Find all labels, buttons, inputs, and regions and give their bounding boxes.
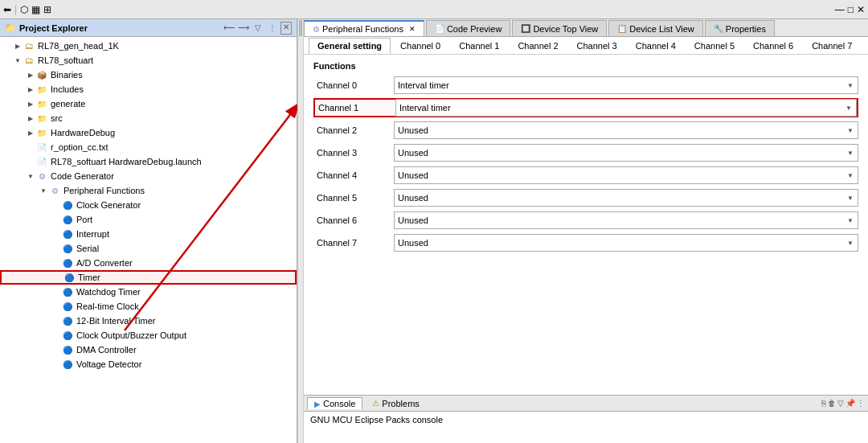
toolbar-icon-3[interactable]: ⊞	[43, 4, 51, 15]
toolbar-icon-2[interactable]: ▦	[31, 4, 40, 15]
tree-item-includes[interactable]: ▶ 📁 Includes	[0, 82, 297, 96]
subtab-ch6[interactable]: Channel 6	[744, 38, 802, 54]
functions-section-label: Functions	[313, 61, 858, 71]
expand-rl78soft[interactable]: ▼	[13, 55, 23, 65]
tab-peripheral-functions[interactable]: ⚙ Peripheral Functions ✕	[304, 20, 424, 36]
tree-item-timer[interactable]: ▶ 🔵 Timer	[0, 270, 297, 285]
channel-7-select[interactable]: Unused Interval timer	[394, 234, 858, 252]
channel-7-select-wrapper: Unused Interval timer	[394, 234, 858, 252]
sidebar-scrollbar[interactable]	[297, 19, 304, 443]
sidebar-collapse-btn[interactable]: ⟵	[223, 22, 235, 35]
subtab-ch3[interactable]: Channel 3	[568, 38, 626, 54]
expand-codegen[interactable]: ▼	[26, 171, 35, 181]
tree-item-rl78gen[interactable]: ▶ 🗂 RL78_gen_head_1K	[0, 39, 297, 53]
sidebar-menu-btn[interactable]: ⋮	[266, 22, 279, 35]
project-icon: 🗂	[23, 39, 35, 52]
console-copy-icon[interactable]: ⎘	[821, 399, 826, 408]
subtab-ch0[interactable]: Channel 0	[391, 38, 449, 54]
tab-pf-close[interactable]: ✕	[409, 25, 416, 33]
subtab-general-label: General setting	[317, 41, 382, 51]
clockout-icon: 🔵	[61, 329, 74, 342]
subtab-ch4[interactable]: Channel 4	[627, 38, 685, 54]
tree-item-clockout[interactable]: ▶ 🔵 Clock Output/Buzzer Output	[0, 328, 297, 343]
expand-generate[interactable]: ▶	[26, 99, 35, 109]
expand-includes[interactable]: ▶	[26, 84, 35, 94]
expand-src[interactable]: ▶	[26, 113, 35, 123]
console-text: GNU MCU Eclipse Packs console	[310, 415, 443, 425]
channel-1-select[interactable]: Interval timer Unused	[395, 99, 857, 117]
subtab-ch5[interactable]: Channel 5	[686, 38, 743, 54]
subtab-ch7-label: Channel 7	[812, 41, 852, 51]
channel-0-select[interactable]: Interval timer Unused	[394, 76, 858, 94]
channel-5-select[interactable]: Unused Interval timer	[394, 189, 858, 207]
tree-item-hwdebug[interactable]: ▶ 📁 HardwareDebug	[0, 125, 297, 140]
project-icon-soft: 🗂	[23, 54, 35, 67]
tab-dl-icon: 📋	[617, 24, 627, 33]
tree-item-clockgen[interactable]: ▶ 🔵 Clock Generator	[0, 198, 297, 212]
codegen-icon: ⚙	[35, 170, 48, 183]
tree-label-binaries: Binaries	[51, 70, 83, 80]
expand-perfuncs[interactable]: ▼	[39, 186, 48, 195]
subtab-ch1[interactable]: Channel 1	[450, 38, 508, 54]
tree-item-vdetect[interactable]: ▶ 🔵 Voltage Detector	[0, 357, 297, 371]
console-pin-icon[interactable]: 📌	[845, 399, 855, 408]
toolbar-minimize[interactable]: —	[835, 4, 845, 15]
tree-label-perfuncs: Peripheral Functions	[63, 186, 145, 195]
tree-item-wdtimer[interactable]: ▶ 🔵 Watchdog Timer	[0, 285, 297, 299]
port-icon: 🔵	[61, 213, 74, 226]
subtab-ch7[interactable]: Channel 7	[803, 38, 861, 54]
problems-tab[interactable]: ⚠ Problems	[366, 398, 425, 409]
tree-item-serial[interactable]: ▶ 🔵 Serial	[0, 241, 297, 256]
sidebar-filter-btn[interactable]: ▽	[252, 22, 264, 35]
channel-2-select[interactable]: Unused Interval timer	[394, 121, 858, 139]
channel-6-select[interactable]: Unused Interval timer	[394, 211, 858, 229]
channel-5-select-wrapper: Unused Interval timer	[394, 189, 858, 207]
tree-label-port: Port	[76, 215, 92, 224]
toolbar-maximize[interactable]: □	[848, 4, 854, 15]
expand-rl78gen[interactable]: ▶	[13, 41, 23, 51]
tree-item-binaries[interactable]: ▶ 📦 Binaries	[0, 68, 297, 82]
sidebar-scroll-thumb[interactable]	[299, 20, 302, 36]
tab-properties[interactable]: 🔧 Properties	[705, 20, 775, 36]
problems-tab-label: Problems	[382, 399, 419, 408]
editor-tab-bar: ⚙ Peripheral Functions ✕ 📄 Code Preview …	[304, 19, 868, 37]
tree-item-interrupt[interactable]: ▶ 🔵 Interrupt	[0, 227, 297, 241]
tab-device-top[interactable]: 🔲 Device Top View	[512, 20, 607, 36]
subtab-general[interactable]: General setting	[309, 38, 391, 54]
console-menu-icon[interactable]: ⋮	[857, 399, 865, 408]
tree-item-port[interactable]: ▶ 🔵 Port	[0, 212, 297, 227]
console-clear-icon[interactable]: 🗑	[828, 399, 836, 408]
tree-item-codegen[interactable]: ▼ ⚙ Code Generator	[0, 169, 297, 183]
tree-item-launch[interactable]: ▶ 📄 RL78_softuart HardwareDebug.launch	[0, 154, 297, 169]
tab-dl-label: Device List View	[629, 24, 694, 34]
subtab-ch1-label: Channel 1	[459, 41, 499, 51]
tree-item-ropt[interactable]: ▶ 📄 r_option_cc.txt	[0, 140, 297, 154]
right-panel: ⚙ Peripheral Functions ✕ 📄 Code Preview …	[304, 19, 868, 443]
channel-3-select[interactable]: Unused Interval timer	[394, 144, 858, 162]
sidebar-title: Project Explorer	[19, 23, 88, 33]
console-filter-icon[interactable]: ▽	[837, 399, 844, 408]
toolbar-close[interactable]: ✕	[857, 4, 865, 15]
tree-item-rtclock[interactable]: ▶ 🔵 Real-time Clock	[0, 299, 297, 314]
sidebar-close-btn[interactable]: ✕	[280, 22, 292, 35]
tree-item-perfuncs[interactable]: ▼ ⚙ Peripheral Functions	[0, 183, 297, 198]
tree-item-adconv[interactable]: ▶ 🔵 A/D Converter	[0, 256, 297, 270]
src-icon: 📁	[35, 112, 48, 125]
tree-item-src[interactable]: ▶ 📁 src	[0, 111, 297, 125]
sidebar-expand-btn[interactable]: ⟶	[237, 22, 250, 35]
tree-item-dma[interactable]: ▶ 🔵 DMA Controller	[0, 343, 297, 357]
expand-binaries[interactable]: ▶	[26, 70, 35, 80]
console-tab[interactable]: ▶ Console	[307, 397, 362, 409]
tree-item-rl78soft[interactable]: ▼ 🗂 RL78_softuart	[0, 53, 297, 68]
expand-hwdebug[interactable]: ▶	[26, 128, 35, 137]
toolbar-icon-1[interactable]: ⬡	[20, 4, 28, 15]
tree-item-generate[interactable]: ▶ 📁 generate	[0, 96, 297, 111]
channel-row-0: Channel 0 Interval timer Unused	[313, 76, 858, 95]
tree-label-src: src	[51, 113, 63, 123]
tree-item-12bit[interactable]: ▶ 🔵 12-Bit Interval Timer	[0, 314, 297, 328]
channel-4-select[interactable]: Unused Interval timer	[394, 166, 858, 184]
subtab-ch2[interactable]: Channel 2	[509, 38, 567, 54]
toolbar-back-icon[interactable]: ⬅	[3, 4, 11, 15]
tab-code-preview[interactable]: 📄 Code Preview	[426, 20, 510, 36]
tab-device-list[interactable]: 📋 Device List View	[608, 20, 703, 36]
